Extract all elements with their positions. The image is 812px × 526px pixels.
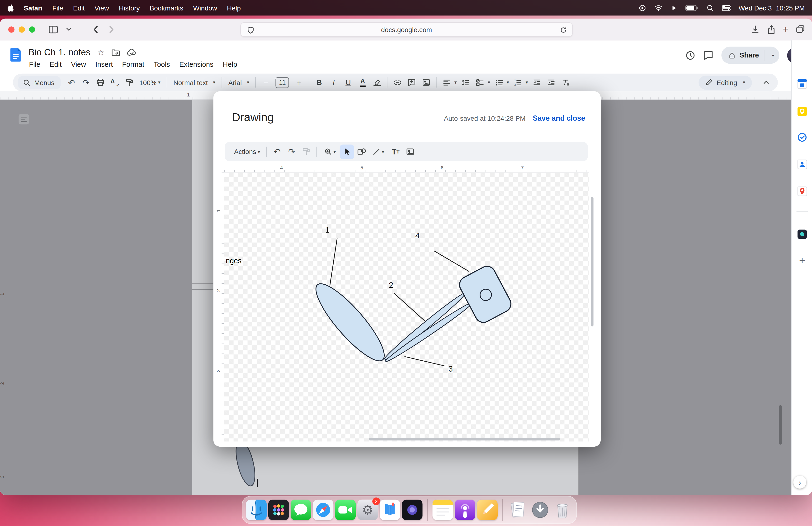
drawing-label-4[interactable]: 4 bbox=[415, 231, 420, 240]
maps-icon[interactable] bbox=[797, 186, 808, 197]
drawing-ruler-vertical[interactable]: 1 2 3 bbox=[217, 172, 224, 441]
bulleted-list-button[interactable] bbox=[492, 75, 506, 89]
line-tool-button[interactable]: ▾ bbox=[369, 144, 389, 159]
calendar-icon[interactable] bbox=[797, 79, 808, 89]
font-select[interactable]: Arial▾ bbox=[225, 76, 252, 88]
docs-menu-edit[interactable]: Edit bbox=[45, 59, 66, 70]
numbered-list-chevron-icon[interactable]: ▾ bbox=[526, 80, 528, 85]
downloads-stack-dock-icon[interactable] bbox=[530, 500, 550, 520]
label-line-2[interactable] bbox=[394, 293, 425, 321]
font-size-input[interactable]: 11 bbox=[276, 77, 289, 88]
leaf-ellipse-shape[interactable] bbox=[307, 276, 393, 369]
spellcheck-button[interactable]: A✓ bbox=[108, 75, 122, 89]
tab-overview-icon[interactable] bbox=[796, 25, 804, 34]
select-tool-button[interactable] bbox=[340, 144, 354, 159]
canvas-horizontal-scrollbar[interactable] bbox=[369, 438, 560, 440]
redo-button[interactable]: ↷ bbox=[79, 75, 93, 89]
document-scrollbar-thumb[interactable] bbox=[779, 405, 782, 445]
drawing-undo-button[interactable]: ↶ bbox=[270, 144, 285, 159]
books-dock-icon[interactable] bbox=[380, 500, 400, 520]
label-line-1[interactable] bbox=[330, 238, 337, 285]
tasks-icon[interactable] bbox=[797, 132, 808, 143]
control-center-icon[interactable] bbox=[722, 4, 731, 11]
wifi-icon[interactable] bbox=[654, 4, 663, 11]
new-tab-icon[interactable]: + bbox=[783, 25, 789, 34]
clear-formatting-button[interactable] bbox=[559, 75, 572, 89]
bold-button[interactable]: B bbox=[313, 75, 326, 89]
paint-format-button[interactable] bbox=[123, 75, 136, 89]
drawing-canvas[interactable]: nges 1 2 3 4 bbox=[224, 172, 589, 441]
pencil-app-dock-icon[interactable] bbox=[477, 500, 498, 520]
print-button[interactable] bbox=[94, 75, 107, 89]
menubar-app-name[interactable]: Safari bbox=[24, 4, 43, 12]
address-bar[interactable]: docs.google.com bbox=[240, 22, 573, 37]
docs-menu-file[interactable]: File bbox=[25, 59, 45, 70]
text-box-tool-button[interactable]: TT bbox=[389, 144, 403, 159]
close-window-button[interactable] bbox=[8, 26, 14, 32]
save-and-close-button[interactable]: Save and close bbox=[533, 114, 585, 122]
bulleted-list-chevron-icon[interactable]: ▾ bbox=[507, 80, 509, 85]
spotlight-icon[interactable] bbox=[707, 4, 714, 12]
page-settings-icon[interactable] bbox=[247, 26, 254, 34]
numbered-list-button[interactable]: 1.2. bbox=[511, 75, 525, 89]
undo-button[interactable]: ↶ bbox=[65, 75, 78, 89]
cutoff-text[interactable]: nges bbox=[226, 257, 242, 265]
share-button[interactable]: Share ▾ bbox=[721, 46, 779, 64]
sidebar-toggle-button[interactable] bbox=[46, 22, 61, 37]
drawing-paint-format-button[interactable] bbox=[299, 144, 314, 159]
google-docs-logo[interactable] bbox=[11, 48, 21, 62]
document-outline-button[interactable] bbox=[19, 114, 29, 125]
forward-button[interactable] bbox=[103, 22, 119, 37]
trash-dock-icon[interactable] bbox=[552, 500, 573, 520]
thin-blade-shape-2[interactable] bbox=[383, 300, 474, 365]
comments-icon[interactable] bbox=[703, 50, 714, 60]
actions-menu-button[interactable]: Act­ions▾ bbox=[231, 146, 263, 157]
side-panel-expand-button[interactable]: › bbox=[793, 475, 806, 489]
drawing-label-3[interactable]: 3 bbox=[449, 365, 453, 373]
menubar-item-help[interactable]: Help bbox=[227, 4, 241, 12]
menus-search-button[interactable]: Menus bbox=[18, 76, 60, 89]
align-chevron-icon[interactable]: ▾ bbox=[454, 80, 457, 85]
share-icon[interactable] bbox=[767, 25, 776, 34]
menubar-item-bookmarks[interactable]: Bookmarks bbox=[149, 4, 183, 12]
increase-indent-button[interactable] bbox=[545, 75, 558, 89]
docs-menu-insert[interactable]: Insert bbox=[91, 59, 117, 70]
text-color-button[interactable]: A bbox=[356, 75, 369, 89]
line-spacing-button[interactable] bbox=[459, 75, 472, 89]
share-chevron-icon[interactable]: ▾ bbox=[772, 53, 774, 58]
font-size-increase-button[interactable]: + bbox=[292, 75, 306, 89]
version-history-icon[interactable] bbox=[685, 50, 695, 60]
side-panel-addon-icon[interactable] bbox=[797, 229, 808, 240]
docs-menu-view[interactable]: View bbox=[66, 59, 91, 70]
menubar-item-window[interactable]: Window bbox=[193, 4, 217, 12]
decrease-indent-button[interactable] bbox=[530, 75, 543, 89]
docs-menu-format[interactable]: Format bbox=[117, 59, 149, 70]
launchpad-dock-icon[interactable] bbox=[268, 500, 289, 520]
now-playing-icon[interactable] bbox=[671, 4, 677, 11]
screen-mirroring-icon[interactable] bbox=[639, 4, 647, 12]
canvas-vertical-scrollbar[interactable] bbox=[591, 197, 594, 326]
back-button[interactable] bbox=[88, 22, 103, 37]
insert-link-button[interactable] bbox=[391, 75, 404, 89]
zoom-window-button[interactable] bbox=[29, 26, 35, 32]
finder-dock-icon[interactable] bbox=[246, 500, 267, 520]
zoom-select[interactable]: 100%▾ bbox=[136, 76, 163, 88]
label-line-4[interactable] bbox=[434, 251, 469, 272]
editing-mode-select[interactable]: Editing ▾ bbox=[698, 75, 752, 89]
messages-dock-icon[interactable] bbox=[291, 500, 311, 520]
settings-dock-icon[interactable]: 2⚙ bbox=[357, 500, 378, 520]
safari-dock-icon[interactable] bbox=[313, 500, 333, 520]
menubar-item-view[interactable]: View bbox=[95, 4, 109, 12]
documents-stack-dock-icon[interactable] bbox=[507, 500, 528, 520]
keep-icon[interactable] bbox=[797, 106, 808, 117]
drawing-redo-button[interactable]: ↷ bbox=[285, 144, 299, 159]
highlight-color-button[interactable] bbox=[371, 75, 384, 89]
notes-dock-icon[interactable] bbox=[432, 500, 453, 520]
sidebar-chevron-button[interactable] bbox=[61, 22, 76, 37]
label-line-3[interactable] bbox=[404, 357, 444, 366]
collapse-toolbar-button[interactable] bbox=[759, 75, 773, 89]
italic-button[interactable]: I bbox=[327, 75, 340, 89]
downloads-icon[interactable] bbox=[751, 25, 759, 34]
thin-blade-shape-1[interactable] bbox=[382, 290, 468, 362]
rounded-rect-shape[interactable] bbox=[456, 264, 514, 326]
